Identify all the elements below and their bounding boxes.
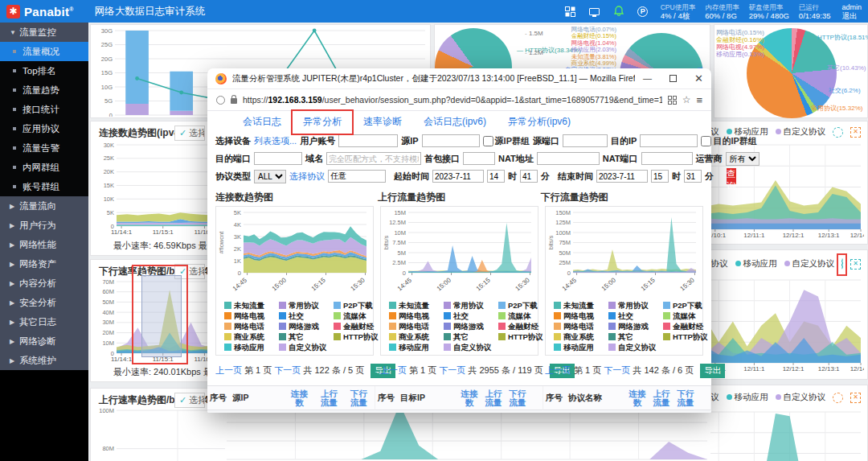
svg-text:15:15: 15:15 — [310, 276, 328, 292]
tab-anomaly-analysis-ipv6[interactable]: 异常分析(ipv6) — [508, 115, 571, 129]
end-min-input[interactable] — [684, 170, 702, 183]
prev-page-link[interactable]: 上一页 — [380, 365, 407, 375]
legend-swatch-icon — [608, 323, 616, 330]
svg-text:7.5M: 7.5M — [392, 239, 406, 246]
firstif-input[interactable] — [463, 152, 495, 165]
close-button[interactable]: ✕ — [694, 74, 703, 83]
maximize-button[interactable] — [669, 75, 677, 82]
sidebar-item[interactable]: ▼ 流量监控 — [0, 23, 88, 42]
tab-rate-diagnosis[interactable]: 速率诊断 — [363, 115, 402, 129]
proto-input[interactable] — [328, 170, 386, 183]
sidebar-item[interactable]: ▶ 安全分析 — [0, 293, 88, 312]
srcport-input[interactable] — [563, 134, 608, 147]
page-number: 第 1 页 — [409, 365, 436, 375]
sidebar-item[interactable]: 流量趋势 — [0, 80, 88, 100]
sidebar-item[interactable]: ▶ 网络诊断 — [0, 331, 88, 351]
dstip-input[interactable] — [640, 134, 698, 147]
reader-circle-icon[interactable] — [216, 96, 225, 105]
reset-zoom-icon[interactable]: ✕ — [850, 127, 861, 138]
sidebar-item[interactable]: 内网群组 — [0, 158, 88, 177]
sidebar-item[interactable]: ▶ 其它日志 — [0, 312, 88, 331]
sidebar-item[interactable]: ▶ 网络性能 — [0, 235, 88, 254]
sidebar-item[interactable]: Top排名 — [0, 61, 88, 80]
bell-icon[interactable] — [612, 5, 625, 18]
svg-text:5G: 5G — [104, 97, 113, 105]
svg-text:14:45: 14:45 — [396, 276, 414, 292]
select-range-button[interactable]: ✓ 选择 — [174, 126, 205, 141]
prev-page-link[interactable]: 上一页 — [545, 365, 571, 375]
sidebar-item[interactable]: ▶ 系统维护 — [0, 351, 88, 370]
sidebar-item[interactable]: ▶ 网络资产 — [0, 254, 88, 274]
tab-anomaly-analysis[interactable]: 异常分析 — [303, 115, 342, 129]
domain-input[interactable] — [326, 152, 421, 165]
nataddr-input[interactable] — [537, 152, 600, 165]
sidebar-item[interactable]: 账号群组 — [0, 177, 88, 196]
next-page-link[interactable]: 下一页 — [604, 365, 630, 375]
srcip-label: 源IP — [401, 135, 418, 147]
zoom-select-icon[interactable] — [833, 127, 843, 138]
sort-up-traffic[interactable]: 上行流量 — [481, 389, 506, 407]
device-list-link[interactable]: 列表选项... — [254, 135, 297, 147]
sidebar-item[interactable]: 流量概况 — [0, 42, 88, 61]
srcip-input[interactable] — [422, 134, 480, 147]
sidebar-item[interactable]: 接口统计 — [0, 100, 88, 119]
minimize-button[interactable]: — — [643, 74, 652, 83]
reset-zoom-icon[interactable]: ✕ — [850, 393, 861, 403]
zoom-select-icon[interactable] — [833, 393, 843, 403]
logout-button[interactable]: 退出 — [841, 11, 862, 20]
p-badge-icon[interactable]: P — [637, 5, 649, 18]
table-row-strip — [207, 410, 711, 413]
sort-conn-count[interactable]: 连接数 — [285, 389, 314, 407]
window-titlebar[interactable]: 流量分析管理系统 JUPITER(木星)r4p1Cluster，创建于2023/… — [207, 68, 711, 89]
extension-icon[interactable] — [668, 96, 677, 105]
legend-swatch-icon — [334, 333, 341, 340]
sidebar-item[interactable]: 流量告警 — [0, 138, 88, 158]
legend-swatch-icon — [554, 333, 561, 340]
sort-down-traffic[interactable]: 下行流量 — [344, 389, 374, 407]
legend-item: 网络电视 — [389, 311, 442, 321]
sidebar-item[interactable]: ▶ 流量流向 — [0, 196, 88, 216]
sidebar-item[interactable]: 应用协议 — [0, 119, 88, 138]
proto-type-select[interactable]: ALL — [254, 170, 286, 183]
svg-text:bits/s: bits/s — [383, 236, 390, 250]
isp-select[interactable]: 所有 — [726, 152, 760, 166]
next-page-link[interactable]: 下一页 — [274, 365, 301, 375]
legend-item: 金融财经 — [663, 321, 705, 331]
sort-down-traffic[interactable]: 下行流量 — [674, 389, 698, 407]
sort-up-traffic[interactable]: 上行流量 — [314, 389, 344, 407]
firefox-icon — [215, 73, 227, 84]
start-min-input[interactable] — [520, 170, 538, 183]
url-bar[interactable]: https://192.168.3.159/user_behavior/sess… — [207, 89, 711, 111]
sidebar-item[interactable]: ▶ 内容分析 — [0, 274, 88, 293]
sort-down-traffic[interactable]: 下行流量 — [506, 389, 530, 407]
srcip-group-checkbox[interactable]: 源IP群组 — [483, 135, 530, 147]
start-date-input[interactable] — [432, 170, 484, 183]
menu-icon[interactable]: ≡ — [696, 94, 702, 106]
sort-up-traffic[interactable]: 上行流量 — [649, 389, 674, 407]
end-hour-input[interactable] — [651, 170, 669, 183]
proto-select-link[interactable]: 选择协议 — [289, 171, 325, 183]
account-input[interactable] — [338, 134, 398, 147]
prev-page-link[interactable]: 上一页 — [215, 365, 242, 375]
sort-conn-count[interactable]: 连接数 — [457, 389, 481, 407]
end-date-input[interactable] — [596, 170, 648, 183]
sort-conn-count[interactable]: 连接数 — [625, 389, 649, 407]
next-page-link[interactable]: 下一页 — [439, 365, 465, 375]
dashboard-grid-icon[interactable] — [564, 5, 577, 18]
dstport-input[interactable] — [254, 152, 302, 165]
monitor-icon[interactable] — [588, 5, 601, 18]
url-text[interactable]: https://192.168.3.159/user_behavior/sess… — [243, 95, 662, 105]
dstip-group-checkbox[interactable]: 目的IP群组 — [701, 135, 756, 147]
start-hour-input[interactable] — [487, 170, 505, 183]
svg-text:15:00: 15:00 — [600, 276, 618, 292]
tab-session-log-ipv6[interactable]: 会话日志(ipv6) — [424, 115, 486, 129]
export-button[interactable]: 导出 — [700, 364, 725, 378]
query-button[interactable]: 查询 — [727, 168, 736, 184]
natport-input[interactable] — [641, 152, 693, 165]
sidebar-item[interactable]: ▶ 用户行为 — [0, 216, 88, 235]
tab-session-log[interactable]: 会话日志 — [243, 115, 281, 129]
reset-zoom-icon[interactable]: ✕ — [850, 259, 861, 270]
zoom-select-icon[interactable] — [841, 258, 843, 270]
nataddr-label: NAT地址 — [498, 153, 534, 165]
bookmark-star-icon[interactable]: ☆ — [682, 94, 691, 105]
